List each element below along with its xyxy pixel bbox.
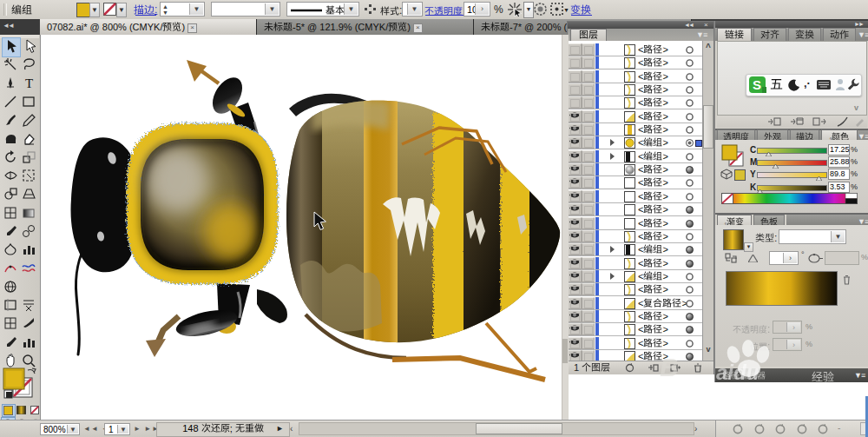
svg-text:aidu: aidu bbox=[716, 361, 760, 384]
svg-text:S: S bbox=[753, 77, 761, 92]
svg-text:B: B bbox=[660, 353, 679, 381]
svg-text:T: T bbox=[25, 76, 33, 90]
